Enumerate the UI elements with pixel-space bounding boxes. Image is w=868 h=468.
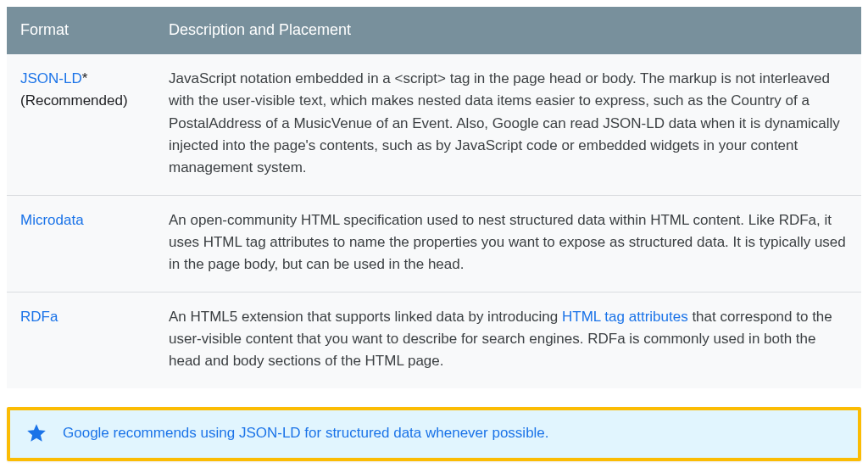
format-suffix: * (82, 70, 88, 86)
table-row: Microdata An open-community HTML specifi… (7, 195, 861, 292)
star-icon (25, 422, 47, 444)
format-link-jsonld[interactable]: JSON-LD (20, 70, 82, 86)
header-format: Format (7, 7, 155, 54)
formats-table: Format Description and Placement JSON-LD… (7, 7, 861, 388)
recommendation-callout: Google recommends using JSON-LD for stru… (7, 407, 861, 461)
header-description: Description and Placement (155, 7, 861, 54)
format-link-rdfa[interactable]: RDFa (20, 309, 58, 325)
inline-link[interactable]: HTML tag attributes (562, 309, 688, 325)
format-link-microdata[interactable]: Microdata (20, 212, 84, 228)
table-row: JSON-LD* (Recommended) JavaScript notati… (7, 54, 861, 195)
table-row: RDFa An HTML5 extension that supports li… (7, 292, 861, 388)
format-recommended-label: (Recommended) (20, 90, 142, 112)
format-description: JavaScript notation embedded in a <scrip… (155, 54, 861, 195)
callout-text: Google recommends using JSON-LD for stru… (63, 422, 549, 444)
format-description: An HTML5 extension that supports linked … (155, 292, 861, 388)
format-description: An open-community HTML specification use… (155, 195, 861, 292)
